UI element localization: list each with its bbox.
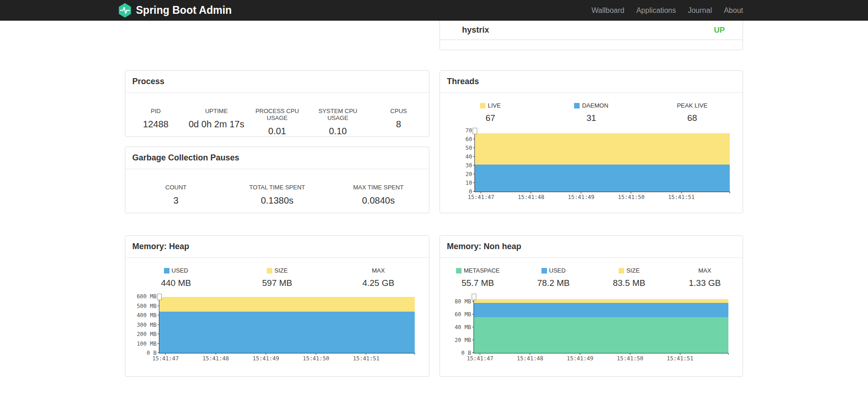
- used-swatch-icon: [164, 268, 169, 273]
- nonheap-panel-header: Memory: Non heap: [440, 236, 743, 258]
- threads-chart: 01020304050607015:41:4715:41:4815:41:491…: [474, 131, 730, 192]
- nonheap-legend: METASPACE 55.7 MB USED 78.2 MB: [440, 267, 743, 288]
- live-swatch-icon: [480, 103, 485, 108]
- y-axis-tick: [158, 315, 159, 315]
- y-axis-tick: [158, 325, 159, 325]
- y-axis-label: 70: [466, 127, 472, 134]
- metric-label: TOTAL TIME SPENT: [226, 184, 327, 191]
- x-axis-tick: [481, 192, 481, 194]
- y-axis-tick: [158, 306, 159, 306]
- metric-value: 8: [368, 119, 429, 130]
- series-area-size: [474, 299, 728, 302]
- legend-value: 31: [541, 113, 642, 123]
- metric-process-cpu-usage: PROCESS CPU USAGE 0.01: [247, 108, 307, 137]
- legend-value: 4.25 GB: [328, 278, 429, 288]
- metric-value: 0.1380s: [226, 195, 327, 206]
- y-axis-label: 40 MB: [455, 324, 471, 330]
- legend-label: MAX: [699, 267, 711, 274]
- status-badge: UP: [714, 26, 725, 35]
- legend-label: SIZE: [275, 267, 288, 274]
- x-axis-tick: [580, 353, 581, 355]
- series-area-size: [159, 297, 415, 312]
- x-axis-tick: [630, 353, 630, 355]
- y-axis-tick: [473, 174, 475, 174]
- y-axis-tick: [473, 156, 475, 157]
- y-axis-tick: [158, 353, 159, 353]
- metric-pid: PID 12488: [125, 108, 186, 137]
- legend-item-used: USED 78.2 MB: [516, 267, 592, 288]
- metric-label: SYSTEM CPU USAGE: [308, 108, 368, 121]
- y-axis-label: 30: [466, 162, 472, 169]
- legend-label: LIVE: [488, 102, 501, 109]
- series-area-daemon: [475, 165, 730, 192]
- heap-panel-header: Memory: Heap: [125, 236, 429, 258]
- x-axis-end-tick: [730, 192, 730, 194]
- x-axis-label: 15:41:51: [668, 194, 695, 200]
- application-row-hystrix[interactable]: hystrix UP: [440, 21, 743, 40]
- legend-label: MAX: [372, 267, 385, 274]
- metric-system-cpu-usage: SYSTEM CPU USAGE 0.10: [308, 108, 368, 137]
- process-panel-header: Process: [125, 71, 429, 93]
- metric-value: 0.0840s: [328, 195, 429, 206]
- nav-item-about[interactable]: About: [718, 0, 743, 21]
- gc-panel-title: Garbage Collection Pauses: [132, 153, 239, 162]
- metric-uptime: UPTIME 0d 0h 2m 17s: [186, 108, 247, 137]
- legend-label: USED: [172, 267, 188, 274]
- metric-label: MAX TIME SPENT: [328, 184, 429, 191]
- nav-item-applications[interactable]: Applications: [630, 0, 682, 21]
- y-axis-tick: [158, 334, 159, 334]
- legend-item-metaspace: METASPACE 55.7 MB: [440, 267, 516, 288]
- x-axis-label: 15:41:48: [518, 194, 544, 200]
- brand-link[interactable]: Spring Boot Admin: [118, 3, 232, 18]
- threads-panel-title: Threads: [447, 77, 479, 86]
- series-area-live: [475, 133, 730, 165]
- gc-pauses-panel: Garbage Collection Pauses COUNT 3 TOTAL …: [125, 147, 429, 213]
- threads-panel: Threads LIVE 67 DAEMON: [440, 70, 743, 213]
- x-axis-label: 15:41:48: [203, 355, 229, 362]
- x-axis-label: 15:41:49: [253, 355, 279, 362]
- metric-label: COUNT: [125, 184, 226, 191]
- metric-value: 0d 0h 2m 17s: [186, 119, 247, 130]
- gc-panel-header: Garbage Collection Pauses: [125, 147, 429, 169]
- x-axis-tick: [681, 192, 682, 194]
- x-axis-label: 15:41:51: [667, 355, 693, 362]
- legend-value: 68: [642, 113, 743, 123]
- x-axis-label: 15:41:47: [152, 355, 179, 362]
- x-axis-label: 15:41:49: [567, 355, 593, 362]
- application-name[interactable]: hystrix: [462, 25, 489, 35]
- series-area-used: [159, 312, 415, 353]
- threads-legend: LIVE 67 DAEMON 31 PEAK LIVE: [440, 102, 743, 123]
- metaspace-swatch-icon: [456, 268, 462, 273]
- x-axis-tick: [531, 192, 531, 194]
- chart-handle: [472, 294, 476, 300]
- legend-item-daemon: DAEMON 31: [541, 102, 642, 123]
- metric-label: CPUS: [368, 108, 429, 114]
- y-axis-label: 60: [466, 136, 472, 142]
- x-axis-tick: [631, 192, 631, 194]
- legend-item-live: LIVE 67: [440, 102, 541, 123]
- plot-area: 0 B20 MB40 MB60 MB80 MB15:41:4715:41:481…: [473, 296, 728, 353]
- metric-cpus: CPUS 8: [368, 108, 429, 137]
- series-area-metaspace: [474, 317, 728, 353]
- metric-value: 0.01: [247, 126, 307, 137]
- legend-value: 440 MB: [125, 278, 226, 288]
- x-axis-tick: [215, 353, 216, 355]
- memory-nonheap-panel: Memory: Non heap METASPACE 55.7 MB USED: [440, 235, 743, 377]
- y-axis-tick: [473, 139, 475, 139]
- y-axis-label: 200 MB: [137, 331, 157, 337]
- x-axis-tick: [581, 192, 581, 194]
- y-axis-tick: [473, 148, 475, 148]
- nav-item-wallboard[interactable]: Wallboard: [586, 0, 630, 21]
- legend-label: METASPACE: [464, 267, 500, 274]
- legend-label: SIZE: [626, 267, 640, 274]
- size-swatch-icon: [619, 268, 624, 273]
- x-axis-label: 15:41:50: [303, 355, 329, 362]
- y-axis-label: 400 MB: [137, 312, 157, 319]
- chart-handle: [473, 128, 477, 134]
- nav-item-journal[interactable]: Journal: [682, 0, 718, 21]
- x-axis-label: 15:41:48: [517, 355, 543, 362]
- x-axis-tick: [680, 353, 680, 355]
- legend-value: 1.33 GB: [667, 278, 743, 288]
- legend-label: USED: [549, 267, 566, 274]
- metric-label: PID: [125, 108, 186, 114]
